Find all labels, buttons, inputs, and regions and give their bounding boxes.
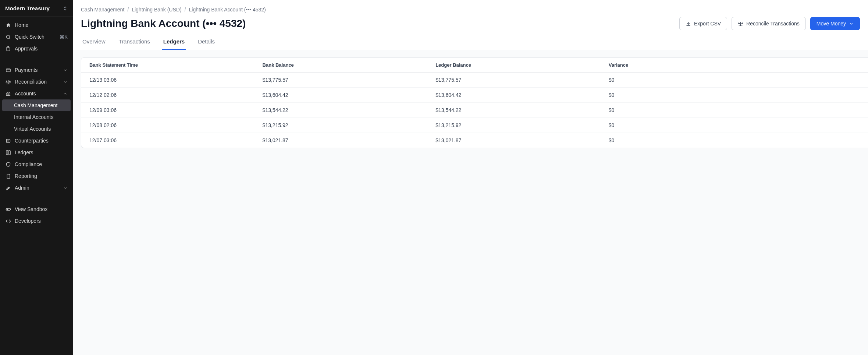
nav-label: Reconciliation	[15, 79, 47, 85]
cell-ledger: $13,604.42	[427, 88, 601, 103]
sidebar: Modern Treasury Home Quick Switch ⌘K	[0, 0, 73, 355]
cell-ledger: $13,544.22	[427, 103, 601, 118]
tab-details[interactable]: Details	[196, 35, 216, 50]
nav-label: Accounts	[15, 91, 36, 96]
cell-time: 12/07 03:06	[81, 133, 255, 148]
reconcile-button[interactable]: Reconcile Transactions	[732, 17, 806, 30]
cell-ledger: $13,215.92	[427, 118, 601, 133]
cell-ledger: $13,021.87	[427, 133, 601, 148]
balance-icon	[5, 79, 11, 85]
svg-point-0	[6, 35, 10, 38]
cell-variance: $0	[601, 88, 868, 103]
nav-label: Compliance	[15, 161, 42, 167]
nav-virtual-accounts[interactable]: Virtual Accounts	[0, 123, 73, 135]
table-row[interactable]: 12/09 03:06$13,544.22$13,544.22$0	[81, 103, 868, 118]
bank-icon	[5, 91, 11, 96]
nav-accounts[interactable]: Accounts	[0, 88, 73, 99]
tab-overview[interactable]: Overview	[81, 35, 107, 50]
tab-ledgers[interactable]: Ledgers	[162, 35, 186, 50]
export-csv-button[interactable]: Export CSV	[679, 17, 727, 30]
nav-payments[interactable]: Payments	[0, 64, 73, 76]
nav-counterparties[interactable]: Counterparties	[0, 135, 73, 147]
svg-rect-3	[6, 68, 10, 71]
cell-time: 12/09 03:06	[81, 103, 255, 118]
balance-icon	[738, 21, 743, 27]
th-time: Bank Statement Time	[81, 58, 255, 73]
cell-time: 12/08 02:06	[81, 118, 255, 133]
nav-label: View Sandbox	[15, 206, 47, 212]
wrench-icon	[5, 185, 11, 191]
cell-variance: $0	[601, 103, 868, 118]
breadcrumb: Cash Management / Lightning Bank (USD) /…	[73, 0, 868, 15]
nav-reconciliation[interactable]: Reconciliation	[0, 76, 73, 88]
nav-admin[interactable]: Admin	[0, 182, 73, 194]
shield-icon	[5, 162, 11, 167]
nav-quick-switch[interactable]: Quick Switch ⌘K	[0, 31, 73, 43]
clipboard-icon	[5, 46, 11, 52]
cell-bank: $13,604.42	[255, 88, 428, 103]
ledger-table: Bank Statement Time Bank Balance Ledger …	[81, 57, 868, 148]
cell-bank: $13,215.92	[255, 118, 428, 133]
nav-sublabel: Cash Management	[14, 102, 57, 108]
list-icon	[5, 138, 11, 144]
org-switcher[interactable]: Modern Treasury	[0, 0, 73, 17]
nav-label: Developers	[15, 218, 41, 224]
nav-sublabel: Virtual Accounts	[14, 126, 51, 132]
breadcrumb-item[interactable]: Lightning Bank Account (••• 4532)	[189, 7, 266, 13]
button-label: Export CSV	[694, 21, 721, 27]
th-bank: Bank Balance	[255, 58, 428, 73]
nav-compliance[interactable]: Compliance	[0, 158, 73, 170]
svg-point-6	[7, 208, 8, 210]
search-icon	[5, 34, 11, 40]
chevron-down-icon	[63, 80, 68, 84]
toggle-icon	[5, 207, 11, 212]
table-row[interactable]: 12/08 02:06$13,215.92$13,215.92$0	[81, 118, 868, 133]
nav-label: Approvals	[15, 46, 38, 52]
cell-bank: $13,544.22	[255, 103, 428, 118]
table-row[interactable]: 12/07 03:06$13,021.87$13,021.87$0	[81, 133, 868, 148]
chevron-up-icon	[63, 91, 68, 96]
nav-ledgers[interactable]: Ledgers	[0, 147, 73, 158]
document-icon	[5, 173, 11, 179]
nav-label: Reporting	[15, 173, 37, 179]
th-ledger: Ledger Balance	[427, 58, 601, 73]
move-money-button[interactable]: Move Money	[810, 17, 860, 30]
table-row[interactable]: 12/13 03:06$13,775.57$13,775.57$0	[81, 73, 868, 88]
nav-label: Home	[15, 22, 28, 28]
button-label: Reconcile Transactions	[746, 21, 800, 27]
nav-cash-management[interactable]: Cash Management	[2, 99, 71, 111]
shortcut-label: ⌘K	[60, 34, 68, 40]
breadcrumb-sep: /	[127, 7, 129, 13]
th-variance: Variance	[601, 58, 868, 73]
cell-variance: $0	[601, 118, 868, 133]
nav-label: Ledgers	[15, 150, 33, 155]
nav-sublabel: Internal Accounts	[14, 114, 53, 120]
breadcrumb-item[interactable]: Cash Management	[81, 7, 124, 13]
updown-icon	[63, 6, 68, 11]
button-label: Move Money	[817, 21, 846, 27]
nav-home[interactable]: Home	[0, 19, 73, 31]
nav-label: Quick Switch	[15, 34, 45, 40]
table-row[interactable]: 12/12 02:06$13,604.42$13,604.42$0	[81, 88, 868, 103]
page-title: Lightning Bank Account (••• 4532)	[81, 18, 246, 29]
nav-label: Admin	[15, 185, 29, 191]
tab-transactions[interactable]: Transactions	[117, 35, 152, 50]
chevron-down-icon	[849, 21, 854, 26]
nav-internal-accounts[interactable]: Internal Accounts	[0, 111, 73, 123]
card-icon	[5, 67, 11, 73]
code-icon	[5, 218, 11, 224]
nav-label: Counterparties	[15, 138, 49, 144]
cell-bank: $13,775.57	[255, 73, 428, 88]
cell-time: 12/13 03:06	[81, 73, 255, 88]
download-icon	[686, 21, 691, 27]
nav-developers[interactable]: Developers	[0, 215, 73, 227]
nav-approvals[interactable]: Approvals	[0, 43, 73, 55]
breadcrumb-item[interactable]: Lightning Bank (USD)	[132, 7, 181, 13]
cell-time: 12/12 02:06	[81, 88, 255, 103]
nav-view-sandbox[interactable]: View Sandbox	[0, 203, 73, 215]
main-content: Cash Management / Lightning Bank (USD) /…	[73, 0, 868, 355]
nav-reporting[interactable]: Reporting	[0, 170, 73, 182]
nav-label: Payments	[15, 67, 38, 73]
cell-ledger: $13,775.57	[427, 73, 601, 88]
chevron-down-icon	[63, 186, 68, 190]
